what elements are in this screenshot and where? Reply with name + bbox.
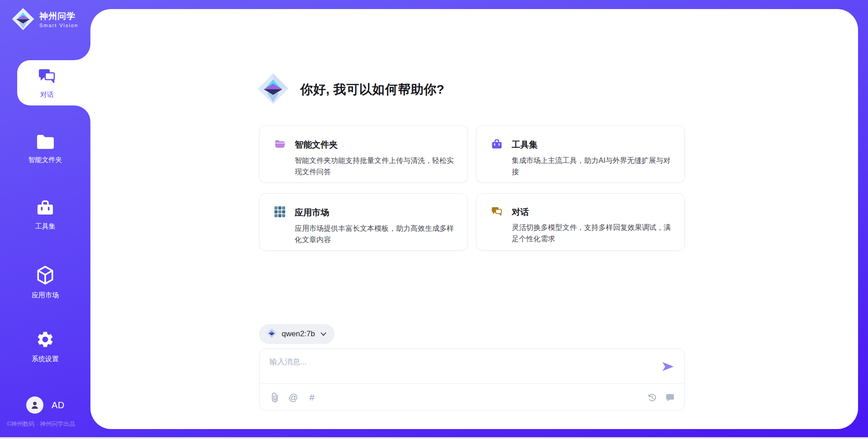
card-title: 对话: [512, 206, 529, 218]
greeting: 你好, 我可以如何帮助你?: [257, 72, 444, 107]
history-icon[interactable]: [646, 392, 657, 403]
folder-open-icon: [274, 138, 286, 152]
folder-icon: [36, 134, 55, 152]
feature-cards: 智能文件夹 智能文件夹功能支持批量文件上传与清洗，轻松实现文件问答 工具集 集成…: [259, 125, 685, 251]
composer-toolbar: @ #: [259, 383, 684, 410]
apps-grid-icon: [274, 206, 286, 220]
sidebar-item-smart-folder[interactable]: 智能文件夹: [0, 134, 90, 164]
sidebar-item-label: 系统设置: [32, 355, 59, 363]
hashtag-icon[interactable]: #: [307, 392, 317, 403]
card-toolset[interactable]: 工具集 集成市场上主流工具，助力AI与外界无缝扩展与对接: [476, 125, 685, 183]
card-description: 灵活切换多模型文件，支持多样回复效果调试，满足个性化需求: [512, 222, 671, 244]
briefcase-icon: [36, 199, 55, 218]
card-chat[interactable]: 对话 灵活切换多模型文件，支持多样回复效果调试，满足个性化需求: [476, 193, 685, 251]
model-selector[interactable]: qwen2:7b: [259, 324, 335, 344]
sidebar: 神州问学 Smart Vision: [0, 0, 90, 439]
brand-subtitle: Smart Vision: [39, 23, 78, 28]
card-description: 集成市场上主流工具，助力AI与外界无缝扩展与对接: [512, 155, 671, 177]
brand-name: 神州问学: [39, 12, 78, 20]
sidebar-item-label: 对话: [40, 91, 54, 99]
user-account[interactable]: AD: [26, 396, 65, 414]
card-description: 智能文件夹功能支持批量文件上传与清洗，轻松实现文件问答: [295, 155, 454, 177]
sidebar-item-label: 工具集: [35, 222, 56, 231]
sidebar-item-settings[interactable]: 系统设置: [0, 330, 90, 363]
app-window: 神州问学 Smart Vision: [0, 0, 868, 439]
card-smart-folder[interactable]: 智能文件夹 智能文件夹功能支持批量文件上传与清洗，轻松实现文件问答: [259, 125, 468, 183]
cube-icon: [36, 265, 55, 287]
brand: 神州问学 Smart Vision: [11, 7, 78, 33]
mention-icon[interactable]: @: [288, 392, 299, 403]
attach-file-icon[interactable]: [269, 392, 280, 403]
model-name: qwen2:7b: [282, 329, 315, 339]
send-icon: [661, 362, 674, 372]
card-title: 工具集: [512, 139, 538, 151]
sidebar-item-chat[interactable]: 对话: [17, 67, 77, 99]
chat-icon: [491, 206, 503, 219]
model-logo-diamond-icon: [266, 328, 277, 340]
send-button[interactable]: [660, 360, 675, 373]
greeting-text: 你好, 我可以如何帮助你?: [300, 81, 444, 98]
sidebar-item-label: 智能文件夹: [28, 156, 62, 164]
sidebar-item-toolset[interactable]: 工具集: [0, 199, 90, 231]
window-bottom-edge: [0, 437, 868, 439]
chevron-down-icon: [321, 332, 326, 336]
assistant-logo-diamond-icon: [257, 72, 289, 107]
chat-icon: [38, 67, 57, 86]
message-input[interactable]: [259, 349, 663, 388]
sidebar-item-app-market[interactable]: 应用市场: [0, 265, 90, 300]
copyright-footer: ©神州数码 · 神州问学出品: [7, 420, 75, 428]
card-description: 应用市场提供丰富长文本模板，助力高效生成多样化文章内容: [295, 223, 454, 245]
briefcase-icon: [491, 138, 503, 152]
avatar[interactable]: [26, 396, 43, 414]
user-initials: AD: [52, 400, 65, 410]
gear-icon: [36, 330, 55, 351]
chat-bubble-icon[interactable]: [665, 392, 675, 403]
sidebar-item-label: 应用市场: [32, 291, 59, 300]
brand-logo-diamond-icon: [11, 7, 35, 33]
card-title: 智能文件夹: [295, 139, 338, 151]
card-app-market[interactable]: 应用市场 应用市场提供丰富长文本模板，助力高效生成多样化文章内容: [259, 193, 468, 251]
message-composer: @ #: [259, 348, 685, 411]
card-title: 应用市场: [295, 207, 329, 219]
